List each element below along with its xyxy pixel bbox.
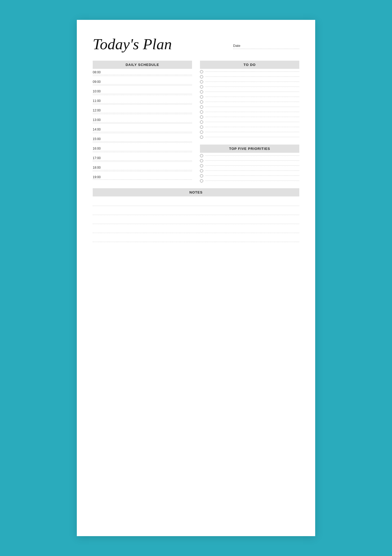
header: Today's Plan Date <box>93 36 299 53</box>
priority-line[interactable] <box>205 165 299 166</box>
priority-circle[interactable] <box>200 164 203 167</box>
page-title: Today's Plan <box>93 36 172 53</box>
priority-line[interactable] <box>205 171 299 171</box>
time-label: 11:00 <box>93 99 192 103</box>
todo-circle[interactable] <box>200 100 203 104</box>
todo-item <box>200 109 299 114</box>
priority-line[interactable] <box>205 160 299 161</box>
todo-circle[interactable] <box>200 131 203 134</box>
schedule-line[interactable] <box>93 85 192 86</box>
todo-line[interactable] <box>205 112 299 112</box>
todo-circle[interactable] <box>200 105 203 109</box>
schedule-line[interactable] <box>93 162 192 162</box>
date-section: Date <box>233 36 299 49</box>
todo-circle[interactable] <box>200 136 203 139</box>
note-line[interactable] <box>93 234 299 242</box>
schedule-line[interactable] <box>93 113 192 113</box>
schedule-line[interactable] <box>93 142 192 143</box>
schedule-line[interactable] <box>93 160 192 161</box>
priority-circle[interactable] <box>200 154 203 157</box>
priority-circle[interactable] <box>200 159 203 162</box>
todo-line[interactable] <box>205 102 299 102</box>
schedule-line[interactable] <box>93 94 192 94</box>
todo-circle[interactable] <box>200 115 203 119</box>
schedule-line[interactable] <box>93 103 192 104</box>
date-line[interactable] <box>233 49 299 49</box>
todo-line[interactable] <box>205 137 299 137</box>
todo-circle[interactable] <box>200 90 203 93</box>
schedule-line[interactable] <box>93 141 192 142</box>
time-block-1600: 16:00 <box>93 145 192 154</box>
main-grid: DAILY SCHEDULE 08:00 09:00 <box>93 61 299 243</box>
note-line[interactable] <box>93 198 299 206</box>
todo-circle[interactable] <box>200 75 203 78</box>
priority-item <box>200 178 299 183</box>
todo-line[interactable] <box>205 97 299 97</box>
schedule-section: DAILY SCHEDULE 08:00 09:00 <box>93 61 192 183</box>
notes-lines <box>93 198 299 242</box>
priority-item <box>200 168 299 173</box>
schedule-line[interactable] <box>93 76 192 76</box>
schedule-line[interactable] <box>93 132 192 132</box>
todo-circle[interactable] <box>200 80 203 83</box>
todo-line[interactable] <box>205 127 299 127</box>
schedule-line[interactable] <box>93 151 192 151</box>
todo-item <box>200 104 299 109</box>
priority-circle[interactable] <box>200 179 203 182</box>
schedule-line[interactable] <box>93 170 192 170</box>
todo-item <box>200 89 299 94</box>
todo-line[interactable] <box>205 132 299 132</box>
time-entry: 17:00 <box>93 155 192 163</box>
priority-circle[interactable] <box>200 169 203 172</box>
schedule-line[interactable] <box>93 171 192 171</box>
todo-circle[interactable] <box>200 70 203 73</box>
todo-circle[interactable] <box>200 85 203 88</box>
time-entry: 16:00 <box>93 145 192 154</box>
todo-line[interactable] <box>205 77 299 77</box>
todo-line[interactable] <box>205 117 299 117</box>
time-label: 16:00 <box>93 147 192 150</box>
todo-item <box>200 129 299 134</box>
todo-line[interactable] <box>205 92 299 92</box>
schedule-line[interactable] <box>93 104 192 105</box>
priority-line[interactable] <box>205 155 299 156</box>
schedule-line[interactable] <box>93 75 192 75</box>
time-block-1200: 12:00 <box>93 107 192 115</box>
time-entry: 14:00 <box>93 126 192 134</box>
todo-item <box>200 84 299 89</box>
priority-item <box>200 163 299 168</box>
priority-circle[interactable] <box>200 174 203 177</box>
schedule-line[interactable] <box>93 114 192 114</box>
right-column: TO DO <box>200 61 299 183</box>
todo-line[interactable] <box>205 122 299 122</box>
time-entry: 10:00 <box>93 88 192 96</box>
schedule-line[interactable] <box>93 84 192 84</box>
schedule-line[interactable] <box>93 123 192 124</box>
schedule-line[interactable] <box>93 180 192 180</box>
note-line[interactable] <box>93 225 299 233</box>
todo-item <box>200 69 299 74</box>
todo-circle[interactable] <box>200 120 203 124</box>
schedule-line[interactable] <box>93 95 192 95</box>
schedule-line[interactable] <box>93 122 192 123</box>
todo-item <box>200 134 299 139</box>
todo-line[interactable] <box>205 87 299 87</box>
note-line[interactable] <box>93 216 299 224</box>
time-block-1800: 18:00 <box>93 164 192 173</box>
todo-circle[interactable] <box>200 110 203 114</box>
todo-line[interactable] <box>205 71 299 72</box>
todo-item <box>200 99 299 104</box>
todo-header: TO DO <box>200 61 299 69</box>
priority-line[interactable] <box>205 181 299 181</box>
schedule-line[interactable] <box>93 133 192 133</box>
todo-circle[interactable] <box>200 125 203 129</box>
priority-line[interactable] <box>205 176 299 176</box>
todo-line[interactable] <box>205 107 299 107</box>
todo-circle[interactable] <box>200 95 203 98</box>
todo-item <box>200 94 299 99</box>
time-entry: 18:00 <box>93 164 192 173</box>
schedule-line[interactable] <box>93 152 192 152</box>
note-line[interactable] <box>93 207 299 215</box>
todo-line[interactable] <box>205 82 299 82</box>
paper: Today's Plan Date DAILY SCHEDULE 08:00 0… <box>77 20 315 536</box>
